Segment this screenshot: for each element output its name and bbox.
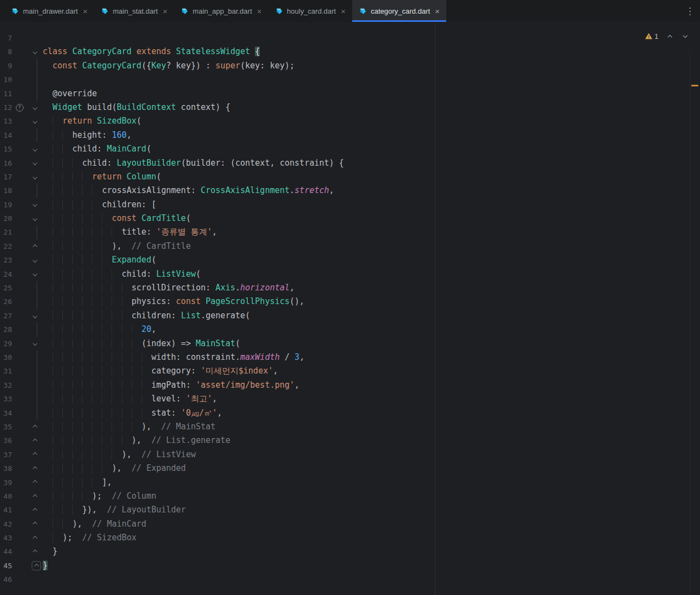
code-line[interactable]: 9 const CategoryCard({Key? key}) : super…	[0, 59, 700, 73]
line-number[interactable]: 42	[0, 517, 12, 531]
code-line[interactable]: 26 physics: const PageScrollPhysics(),	[0, 295, 700, 308]
code-line[interactable]: 33 level: '최고',	[0, 392, 700, 406]
code-line[interactable]: 45}	[0, 559, 700, 573]
code-line[interactable]: 22 ), // CardTitle	[0, 240, 700, 253]
fold-collapse-icon[interactable]	[33, 50, 37, 54]
fold-collapse-icon[interactable]	[33, 217, 37, 221]
tab-close-icon[interactable]: ×	[83, 7, 88, 15]
fold-gutter[interactable]	[25, 253, 43, 267]
fold-icon-box[interactable]	[32, 561, 41, 570]
code-area[interactable]: 78class CategoryCard extends StatelessWi…	[0, 22, 700, 595]
line-number[interactable]: 32	[0, 378, 12, 392]
line-number[interactable]: 46	[0, 573, 12, 586]
tab-main_drawer.dart[interactable]: main_drawer.dart×	[4, 0, 94, 22]
line-number[interactable]: 13	[0, 114, 12, 128]
code-line[interactable]: 12↑ Widget build(BuildContext context) {	[0, 101, 700, 114]
fold-gutter[interactable]	[25, 156, 43, 170]
fold-collapse-icon[interactable]	[33, 341, 37, 346]
code-line[interactable]: 32 imgPath: 'asset/img/best.png',	[0, 378, 700, 392]
tab-main_stat.dart[interactable]: main_stat.dart×	[94, 0, 174, 22]
fold-gutter[interactable]	[25, 198, 43, 212]
fold-gutter[interactable]	[25, 114, 43, 128]
code-line[interactable]: 39 ],	[0, 476, 700, 489]
code-line[interactable]: 10	[0, 73, 700, 86]
line-number[interactable]: 39	[0, 476, 12, 489]
fold-collapse-icon[interactable]	[33, 258, 37, 262]
line-number[interactable]: 31	[0, 364, 12, 378]
fold-collapse-icon[interactable]	[33, 272, 37, 276]
override-gutter-icon[interactable]: ↑	[16, 104, 24, 112]
line-number[interactable]: 28	[0, 323, 12, 336]
code-line[interactable]: 11 @override	[0, 87, 700, 101]
tab-close-icon[interactable]: ×	[163, 7, 168, 15]
fold-end-icon[interactable]	[33, 508, 37, 512]
line-number[interactable]: 14	[0, 129, 12, 142]
fold-gutter[interactable]	[25, 212, 43, 225]
fold-collapse-icon[interactable]	[33, 202, 37, 207]
line-number[interactable]: 18	[0, 184, 12, 197]
line-number[interactable]: 12	[0, 101, 12, 114]
line-number[interactable]: 21	[0, 225, 12, 239]
fold-end-icon[interactable]	[33, 480, 37, 485]
tab-close-icon[interactable]: ×	[257, 7, 262, 15]
line-number[interactable]: 19	[0, 198, 12, 212]
fold-end-icon[interactable]	[33, 522, 37, 526]
line-number[interactable]: 8	[0, 45, 12, 59]
line-number[interactable]: 10	[0, 73, 12, 86]
code-line[interactable]: 44 }	[0, 545, 700, 558]
code-line[interactable]: 24 child: ListView(	[0, 267, 700, 281]
fold-gutter[interactable]	[25, 45, 43, 59]
warnings-summary-button[interactable]: 1	[643, 31, 661, 42]
line-number[interactable]: 22	[0, 240, 12, 253]
line-number[interactable]: 41	[0, 503, 12, 517]
fold-end-icon[interactable]	[33, 244, 37, 248]
fold-gutter[interactable]	[25, 448, 43, 462]
fold-end-icon[interactable]	[33, 536, 37, 540]
fold-gutter[interactable]	[25, 101, 43, 114]
code-line[interactable]: 41 }), // LayoutBuilder	[0, 503, 700, 517]
code-line[interactable]: 35 ), // MainStat	[0, 420, 700, 434]
code-line[interactable]: 15 child: MainCard(	[0, 142, 700, 156]
fold-collapse-icon[interactable]	[33, 147, 37, 151]
line-number[interactable]: 17	[0, 170, 12, 184]
code-line[interactable]: 20 const CardTitle(	[0, 212, 700, 225]
code-line[interactable]: 40 ); // Column	[0, 489, 700, 503]
fold-gutter[interactable]	[25, 267, 43, 281]
line-number[interactable]: 23	[0, 253, 12, 267]
line-number[interactable]: 26	[0, 295, 12, 308]
fold-gutter[interactable]	[25, 503, 43, 517]
tab-main_app_bar.dart[interactable]: main_app_bar.dart×	[174, 0, 268, 22]
fold-gutter[interactable]	[25, 309, 43, 323]
code-line[interactable]: 30 width: constraint.maxWidth / 3,	[0, 351, 700, 364]
fold-gutter[interactable]	[25, 337, 43, 351]
fold-end-icon[interactable]	[33, 452, 37, 457]
line-number[interactable]: 11	[0, 87, 12, 101]
tab-close-icon[interactable]: ×	[435, 7, 440, 15]
fold-collapse-icon[interactable]	[33, 119, 37, 124]
code-line[interactable]: 28 20,	[0, 323, 700, 336]
code-line[interactable]: 14 height: 160,	[0, 129, 700, 142]
fold-end-icon[interactable]	[33, 494, 37, 498]
code-line[interactable]: 36 ), // List.generate	[0, 434, 700, 447]
fold-end-icon[interactable]	[33, 550, 37, 554]
code-line[interactable]: 13 return SizedBox(	[0, 114, 700, 128]
fold-gutter[interactable]	[25, 170, 43, 184]
line-number[interactable]: 37	[0, 448, 12, 462]
line-number[interactable]: 35	[0, 420, 12, 434]
prev-problem-button[interactable]	[664, 31, 676, 42]
fold-collapse-icon[interactable]	[33, 105, 37, 109]
code-line[interactable]: 31 category: '미세먼지$index',	[0, 364, 700, 378]
tab-category_card.dart[interactable]: category_card.dart×	[352, 0, 446, 22]
fold-gutter[interactable]	[25, 240, 43, 253]
code-line[interactable]: 27 children: List.generate(	[0, 309, 700, 323]
line-number[interactable]: 25	[0, 281, 12, 295]
fold-end-icon[interactable]	[33, 439, 37, 443]
code-line[interactable]: 21 title: '종류별 통계',	[0, 225, 700, 239]
code-line[interactable]: 23 Expanded(	[0, 253, 700, 267]
line-number[interactable]: 36	[0, 434, 12, 447]
code-line[interactable]: 18 crossAxisAlignment: CrossAxisAlignmen…	[0, 184, 700, 197]
fold-gutter[interactable]	[25, 559, 43, 573]
fold-end-icon[interactable]	[33, 424, 37, 429]
next-problem-button[interactable]	[679, 31, 691, 42]
line-number[interactable]: 29	[0, 337, 12, 351]
